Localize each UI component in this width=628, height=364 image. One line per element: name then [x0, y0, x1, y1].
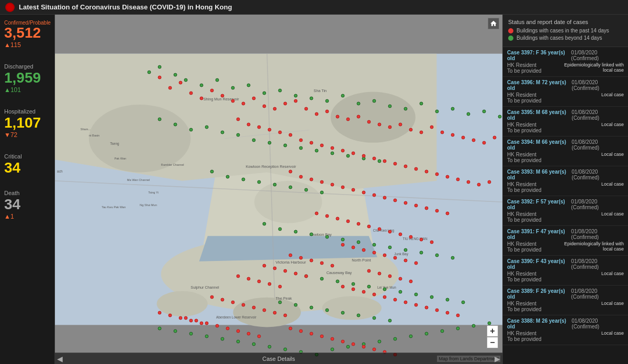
case-row[interactable]: Case 3388: M 26 year(s) old 01/08/2020 (…: [503, 315, 628, 345]
case-address: To be provided: [507, 128, 542, 133]
map-dot-green: [373, 316, 376, 320]
death-label: Death: [4, 190, 50, 196]
map-dot-green: [394, 337, 397, 341]
map-dot-red: [237, 118, 240, 121]
map-home-button[interactable]: [488, 18, 499, 29]
map-dot-red: [346, 118, 350, 121]
scroll-left-icon[interactable]: ◀: [57, 355, 63, 363]
map-dot-red: [420, 131, 423, 134]
case-row[interactable]: Case 3393: M 66 year(s) old 01/08/2020 (…: [503, 166, 628, 196]
map-dot-green: [378, 340, 382, 344]
map-dot-red: [205, 322, 209, 325]
case-row[interactable]: Case 3392: F 57 year(s) old 01/08/2020 (…: [503, 196, 628, 226]
map-dot-red: [373, 194, 376, 197]
map-dot-red: [388, 230, 392, 234]
case-type: Local case: [601, 211, 624, 223]
map-dot-green: [184, 78, 188, 82]
map-dot-red: [158, 311, 162, 315]
map-dot-red: [352, 152, 355, 155]
case-date: 01/08/2020 (Confirmed): [571, 109, 624, 121]
case-resident: HK Resident: [507, 92, 542, 98]
map-dot-green: [310, 97, 313, 100]
case-row[interactable]: Case 3389: F 26 year(s) old 01/08/2020 (…: [503, 286, 628, 315]
map-dot-green: [294, 230, 298, 234]
map-dot-red: [169, 86, 172, 90]
case-address: To be provided: [507, 306, 542, 312]
map-dot-green: [425, 332, 429, 336]
map-dot-red: [242, 303, 245, 307]
map-dot-green: [221, 337, 225, 341]
map-dot-red: [305, 275, 308, 278]
map-dot-red: [467, 180, 470, 184]
map-dot-red: [352, 246, 355, 249]
map-dot-green: [294, 303, 298, 307]
case-resident: HK Resident: [507, 181, 542, 187]
map-dot-red: [414, 204, 418, 208]
cases-list[interactable]: Case 3397: F 36 year(s) old 01/08/2020 (…: [503, 47, 628, 364]
map-dot-green: [263, 92, 266, 95]
map-zoom-controls[interactable]: + −: [487, 325, 498, 348]
case-row[interactable]: Case 3391: F 47 year(s) old 01/08/2020 (…: [503, 226, 628, 256]
map-dot-green: [315, 149, 319, 153]
case-row[interactable]: Case 3394: M 66 year(s) old 01/08/2020 (…: [503, 136, 628, 166]
map-dot-red: [341, 285, 345, 289]
map-dot-red: [247, 123, 251, 127]
case-row[interactable]: Case 3395: M 68 year(s) old 01/08/2020 (…: [503, 107, 628, 136]
map-dot-red: [367, 225, 371, 229]
map-dot-green: [435, 254, 439, 257]
map-dot-red: [373, 157, 376, 161]
map-dot-red: [326, 214, 329, 218]
map-dot-red: [394, 298, 397, 302]
scroll-right-icon[interactable]: ▶: [495, 355, 500, 363]
map-dot-green: [404, 248, 408, 252]
map-dot-red: [362, 154, 366, 158]
zoom-in-button[interactable]: +: [487, 325, 498, 337]
map-area[interactable]: Shing Mun Reservoir Sha Tin ach Kowloon …: [55, 15, 502, 364]
map-dot-green: [373, 243, 376, 247]
map-dot-green: [237, 340, 240, 344]
map-dot-red: [399, 277, 402, 281]
case-date: 01/08/2020 (Confirmed): [571, 199, 624, 210]
zoom-out-button[interactable]: −: [487, 337, 498, 348]
map-dot-red: [451, 133, 455, 137]
map-dot-red: [404, 301, 408, 304]
case-row[interactable]: Case 3390: F 43 year(s) old 01/08/2020 (…: [503, 256, 628, 286]
map-dot-red: [383, 160, 387, 163]
map-dot-red: [446, 311, 450, 315]
map-dot-red: [362, 345, 366, 349]
map-dot-red: [237, 329, 240, 333]
map-dot-red: [420, 238, 423, 242]
case-resident: HK Resident: [507, 62, 542, 68]
case-row[interactable]: Case 3396: M 72 year(s) old 01/08/2020 (…: [503, 77, 628, 107]
stats-sidebar: Confirmed/Probable 3,512 ▲115 Discharged…: [0, 15, 55, 364]
map-dot-green: [367, 285, 371, 289]
map-dot-red: [425, 306, 429, 310]
map-dot-red: [414, 303, 418, 307]
case-date: 01/08/2020 (Confirmed): [571, 258, 624, 270]
map-dot-green: [284, 144, 287, 147]
map-dot-red: [404, 259, 408, 263]
map-dot-green: [299, 146, 303, 150]
map-dot-green: [352, 282, 355, 286]
case-details-bar[interactable]: ◀ Case Details ▶: [55, 352, 502, 364]
map-dot-red: [341, 243, 345, 247]
map-dot-red: [336, 217, 340, 221]
map-dot-green: [488, 322, 491, 325]
map-dot-green: [388, 319, 392, 323]
map-dot-red: [341, 186, 345, 189]
map-dot-red: [310, 259, 313, 263]
case-resident: HK Resident: [507, 301, 542, 306]
legend: Status and report date of cases Building…: [503, 15, 628, 47]
map-dot-red: [336, 115, 340, 119]
map-dot-green: [305, 188, 308, 192]
map-dot-green: [320, 277, 324, 281]
map-dot-green: [341, 238, 345, 242]
map-dot-red: [252, 306, 256, 310]
legend-title: Status and report date of cases: [508, 19, 623, 25]
map-dot-green: [451, 256, 455, 260]
map-dot-red: [404, 165, 408, 168]
case-row[interactable]: Case 3397: F 36 year(s) old 01/08/2020 (…: [503, 47, 628, 77]
map-dot-green: [205, 126, 209, 129]
hospitalized-label: Hospitalized: [4, 108, 50, 115]
map-dot-red: [179, 316, 183, 320]
